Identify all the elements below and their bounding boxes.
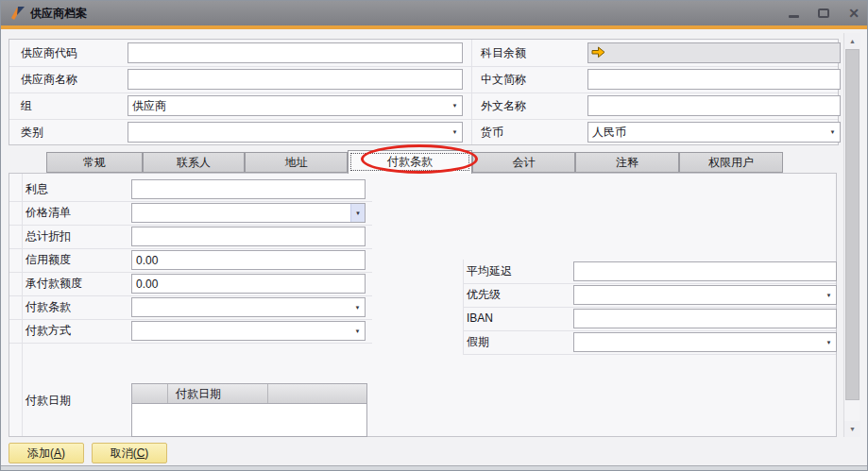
group-value: 供应商 [128,96,448,115]
interest-input[interactable] [132,180,365,198]
credit-limit-label: 信用额度 [26,248,71,272]
payment-date-column-header: 付款日期 [168,384,268,403]
supplier-name-field[interactable] [128,69,463,90]
credit-limit-field[interactable] [131,250,366,270]
row-separator [9,93,838,93]
accent-line [1,25,867,29]
priority-dropdown[interactable]: ▼ [573,285,837,305]
currency-dropdown[interactable]: 人民币 ▼ [587,122,841,143]
average-delay-input[interactable] [574,262,836,280]
column-divider [471,40,472,144]
payment-method-label: 付款方式 [26,319,71,343]
row-separator [9,119,838,120]
payment-dates-header-row: 付款日期 [132,384,366,404]
priority-value [574,286,822,304]
chevron-down-icon[interactable]: ▼ [822,333,836,351]
commitment-limit-input[interactable] [132,275,365,293]
vertical-scrollbar[interactable]: ▲ ▼ [843,33,859,437]
supplier-name-input[interactable] [128,70,462,89]
row-separator [9,66,838,67]
priority-label: 优先级 [467,283,501,307]
commitment-limit-field[interactable] [131,274,366,294]
tab-accounting[interactable]: 会计 [472,152,575,173]
row-selector-header [132,384,168,403]
group-dropdown[interactable]: 供应商 ▼ [128,95,463,116]
chevron-down-icon[interactable]: ▼ [825,123,840,142]
tab-address[interactable]: 地址 [245,152,348,173]
price-list-dropdown[interactable]: ▼ [131,203,366,223]
header-form-panel: 供应商代码 供应商名称 组 供应商 ▼ 类别 ▼ 科目余额 中文简称 外文名称 [9,39,839,145]
total-discount-field[interactable] [131,227,366,246]
category-label: 类别 [21,119,43,145]
iban-field[interactable] [573,309,837,328]
chinese-short-name-label: 中文简称 [481,66,526,93]
minimize-button[interactable] [782,1,805,25]
category-value [128,123,448,142]
cancel-button[interactable]: 取消(C) [92,443,167,463]
tab-remarks[interactable]: 注释 [575,152,679,173]
foreign-name-input[interactable] [588,96,840,115]
payment-dates-table[interactable]: 付款日期 [131,383,367,437]
price-list-value [132,204,350,222]
payment-method-value [132,322,350,340]
column-divider [22,174,23,436]
row-separator [463,283,836,284]
scroll-up-icon: ▲ [849,38,856,44]
link-arrow-icon[interactable] [591,46,605,59]
holidays-dropdown[interactable]: ▼ [573,332,837,352]
empty-column-header [268,384,366,403]
window-title: 供应商档案 [30,1,87,25]
chevron-down-icon[interactable]: ▼ [448,96,462,115]
chevron-down-icon[interactable]: ▼ [448,123,462,142]
row-separator [463,307,836,308]
row-separator [463,354,836,355]
tab-authorized-users[interactable]: 权限用户 [679,152,783,173]
interest-label: 利息 [26,177,48,201]
category-dropdown[interactable]: ▼ [128,122,463,143]
group-label: 组 [21,93,32,119]
minimize-icon [789,15,799,18]
tab-payment-terms[interactable]: 付款条款 [348,150,472,174]
currency-value: 人民币 [588,123,825,142]
total-discount-input[interactable] [132,227,365,245]
interest-field[interactable] [131,179,366,199]
average-delay-field[interactable] [573,261,837,281]
chevron-down-icon[interactable]: ▼ [350,322,365,340]
supplier-master-window: 供应商档案 ✕ 供应商代码 供应商名称 组 供应商 ▼ 类别 ▼ 科目余额 [0,0,868,471]
chevron-down-icon[interactable]: ▼ [822,286,836,304]
supplier-code-field[interactable] [128,42,463,63]
chevron-down-icon[interactable]: ▼ [350,204,365,222]
tab-general[interactable]: 常规 [46,152,143,173]
add-button[interactable]: 添加(A) [9,443,84,463]
iban-label: IBAN [467,307,493,330]
total-discount-label: 总计折扣 [26,225,71,248]
app-icon [9,6,26,21]
scroll-up-button[interactable]: ▲ [844,33,860,49]
close-button[interactable]: ✕ [842,1,865,25]
chinese-short-name-field[interactable] [587,69,841,90]
iban-input[interactable] [574,310,836,328]
scroll-down-button[interactable]: ▼ [844,421,860,437]
row-separator [463,330,836,331]
price-list-label: 价格清单 [26,201,71,225]
payment-terms-label: 付款条款 [26,295,71,319]
scroll-down-icon: ▼ [849,426,856,432]
holidays-value [574,333,822,351]
maximize-button[interactable] [812,1,835,25]
maximize-icon [818,8,829,18]
payment-terms-dropdown[interactable]: ▼ [131,297,366,317]
supplier-code-label: 供应商代码 [21,40,77,66]
supplier-code-input[interactable] [128,43,462,62]
currency-label: 货币 [481,119,503,145]
chevron-down-icon[interactable]: ▼ [350,298,365,316]
chinese-short-name-input[interactable] [588,70,840,89]
row-separator [9,343,372,344]
foreign-name-field[interactable] [587,95,841,116]
tab-contact-person[interactable]: 联系人 [143,152,245,173]
payment-method-dropdown[interactable]: ▼ [131,321,366,341]
account-balance-field [587,42,841,63]
payment-terms-value [132,298,350,316]
scrollbar-thumb[interactable] [845,49,859,400]
commitment-limit-label: 承付款额度 [26,272,82,295]
credit-limit-input[interactable] [132,251,365,269]
